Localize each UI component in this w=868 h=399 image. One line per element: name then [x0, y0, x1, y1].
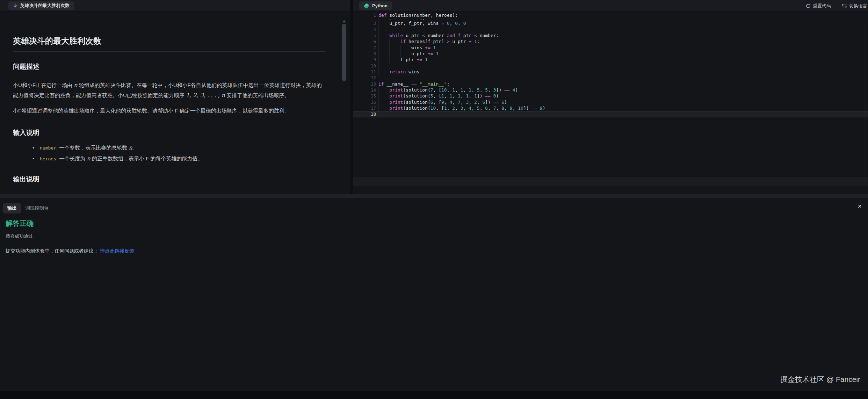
math-n: n [129, 144, 132, 151]
code-line[interactable]: 6 if heroes[f_ptr] > u_ptr + 1: [353, 38, 868, 44]
line-number: 11 [353, 69, 376, 75]
switch-language-button[interactable]: 切换语言 [842, 0, 867, 12]
code-editor[interactable]: 1def solution(number, heroes): heroes.so… [353, 12, 868, 197]
code-line[interactable]: 9 f_ptr += 1 [353, 57, 868, 63]
indent-guide [378, 27, 379, 32]
code-line[interactable]: 14 print(solution(7, [10, 1, 1, 1, 5, 5,… [353, 87, 868, 93]
horizontal-splitter[interactable] [0, 194, 868, 198]
language-tab[interactable]: Python [359, 1, 392, 10]
code-line[interactable]: 1def solution(number, heroes): [353, 12, 868, 18]
tab-debug-console[interactable]: 调试控制台 [25, 203, 49, 213]
code-line[interactable]: 16 print(solution(6, [9, 4, 7, 3, 2, 6])… [353, 99, 868, 105]
watermark: 掘金技术社区 @ Fanceir [780, 375, 860, 384]
editor-horizontal-scrollbar[interactable] [353, 177, 868, 186]
line-number: 8 [353, 51, 376, 57]
line-number: 15 [353, 93, 376, 99]
param-heroes-code: heroes [40, 156, 56, 161]
feedback-line: 提交功能内测体验中，任何问题或者建议： 请点此链接反馈 [6, 248, 134, 254]
code-line[interactable]: 3 u_ptr, f_ptr, wins = 0, 0, 0 [353, 20, 868, 26]
line-number: 6 [353, 38, 376, 44]
line-number: 9 [353, 57, 376, 63]
output-panel: 输出 调试控制台 × 解答正确 恭喜成功通过 提交功能内测体验中，任何问题或者建… [0, 198, 868, 391]
result-subtitle: 恭喜成功通过 [6, 233, 33, 239]
code-line[interactable]: 5 while u_ptr < number and f_ptr < numbe… [353, 32, 868, 38]
line-number: 4 [353, 27, 376, 32]
panel-splitter[interactable] [350, 0, 353, 197]
download-arrow-icon [13, 3, 17, 8]
list-item: number: 一个整数，表示比赛的总轮数 n。 [32, 143, 325, 153]
line-number: 7 [353, 45, 376, 51]
input-heading: 输入说明 [13, 128, 325, 137]
code-line[interactable]: 10 [353, 63, 868, 69]
editor-vertical-scrollbar[interactable] [866, 24, 866, 186]
desc-heading: 问题描述 [13, 62, 325, 71]
line-number: 1 [353, 12, 376, 18]
reset-code-label: 重置代码 [813, 3, 831, 9]
code-line[interactable]: 13if __name__ == "__main__": [353, 81, 868, 87]
code-line[interactable]: 8 u_ptr += 1 [353, 51, 868, 57]
code-line[interactable]: 17 print(solution(10, [1, 2, 3, 4, 5, 6,… [353, 105, 868, 111]
code-line[interactable]: 7 wins += 1 [353, 45, 868, 51]
line-number: 14 [353, 87, 376, 93]
line-number: 17 [353, 105, 376, 111]
tab-debug-label: 调试控制台 [25, 205, 49, 211]
math-sequence: 1, 2, 3, . . . , n [186, 92, 225, 99]
indent-guide [378, 111, 379, 117]
close-icon[interactable]: × [858, 203, 862, 210]
list-item: heroes: 一个长度为 n 的正整数数组，表示小 F 的每个英雄的能力值。 [32, 153, 325, 164]
problem-tab-label: 英雄决斗的最大胜利次数 [20, 3, 70, 9]
param-number-code: number [40, 145, 56, 151]
problem-tab[interactable]: 英雄决斗的最大胜利次数 [8, 1, 74, 10]
refresh-icon [806, 3, 811, 8]
code-line[interactable]: 12 [353, 75, 868, 81]
swap-arrows-icon [842, 4, 847, 8]
tab-output[interactable]: 输出 [3, 203, 21, 213]
tab-output-label: 输出 [7, 205, 17, 211]
math-n: n [74, 82, 77, 88]
result-status: 解答正确 [6, 219, 34, 228]
language-tab-label: Python [372, 3, 388, 8]
problem-paragraph-2: 小F希望通过调整他的英雄出场顺序，最大化他的获胜轮数。请帮助小 F 确定一个最佳… [13, 106, 325, 116]
code-line[interactable]: 11 return wins [353, 69, 868, 75]
editor-panel-header: Python 重置代码 切换语言 [353, 0, 868, 12]
line-number: 5 [353, 32, 376, 38]
problem-paragraph-1: 小U和小F正在进行一场由 n 轮组成的英雄决斗比赛。在每一轮中，小U和小F各自从… [13, 80, 325, 100]
line-number: 12 [353, 75, 376, 81]
line-number: 13 [353, 81, 376, 87]
problem-panel-header: 英雄决斗的最大胜利次数 [0, 0, 350, 12]
line-number: 18 [353, 111, 376, 117]
editor-panel: Python 重置代码 切换语言 1def solution(number, h… [353, 0, 868, 197]
input-list: number: 一个整数，表示比赛的总轮数 n。 heroes: 一个长度为 n… [32, 143, 325, 164]
problem-scrollbar-thumb[interactable] [342, 24, 346, 81]
problem-title: 英雄决斗的最大胜利次数 [13, 36, 325, 46]
line-number: 10 [353, 63, 376, 69]
code-line[interactable]: 4 [353, 27, 868, 32]
title-divider [13, 51, 325, 52]
output-heading-clipped: 输出说明 [13, 175, 325, 184]
code-challenge-window: 英雄决斗的最大胜利次数 英雄决斗的最大胜利次数 问题描述 小U和小F正在进行一场… [0, 0, 868, 399]
python-logo-icon [364, 3, 369, 9]
indent-guide [378, 63, 379, 69]
switch-language-label: 切换语言 [849, 3, 867, 9]
feedback-link[interactable]: 请点此链接反馈 [100, 248, 134, 254]
scrollbar-up-arrow-icon[interactable] [342, 20, 346, 22]
math-n: n [87, 155, 90, 162]
line-number: 3 [353, 20, 376, 26]
bottom-bar [0, 391, 868, 399]
line-number: 16 [353, 99, 376, 105]
code-line[interactable]: 15 print(solution(5, [1, 1, 1, 1, 1]) ==… [353, 93, 868, 99]
problem-description: 英雄决斗的最大胜利次数 问题描述 小U和小F正在进行一场由 n 轮组成的英雄决斗… [13, 22, 325, 197]
code-lines: 1def solution(number, heroes): heroes.so… [353, 12, 868, 117]
code-line[interactable]: 18 [353, 111, 868, 117]
reset-code-button[interactable]: 重置代码 [806, 0, 831, 12]
